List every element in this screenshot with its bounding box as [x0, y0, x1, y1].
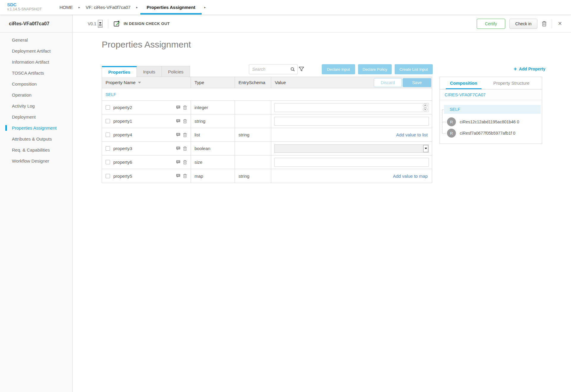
action-button[interactable]: Declare Policy [358, 64, 392, 74]
version-dropdown[interactable] [98, 20, 103, 28]
sidebar-item[interactable]: General [0, 34, 72, 45]
tab[interactable]: Inputs [137, 66, 162, 77]
table-row: property1 string [102, 114, 432, 128]
comment-icon[interactable] [176, 119, 181, 124]
app-name: SDC [7, 2, 57, 7]
property-schema-cell [235, 155, 271, 169]
sidebar-item-label: Deployment [12, 114, 36, 119]
discard-button[interactable]: Discard [374, 78, 402, 87]
delete-icon[interactable] [183, 105, 187, 110]
row-icons [176, 160, 188, 165]
property-value-cell [271, 155, 432, 169]
comment-icon[interactable] [176, 160, 181, 165]
sidebar-item[interactable]: Composition [0, 78, 72, 89]
certify-button[interactable]: Certify [477, 19, 505, 29]
app-logo[interactable]: SDC v.1.14.5-SNAPSHOT [0, 0, 57, 15]
sidebar-item-label: Activity Log [12, 103, 35, 108]
sidebar-item[interactable]: TOSCA Artifacts [0, 67, 72, 78]
property-name: property4 [113, 132, 132, 137]
value-select[interactable] [274, 144, 429, 153]
table-row: property5 map string Add value to map [102, 169, 432, 183]
save-button[interactable]: Save [403, 78, 431, 87]
sidebar: ciRes-VFa0f7ca07 GeneralDeployment Artif… [0, 15, 73, 392]
breadcrumb: HOME▸VF: ciRes-VFa0f7ca07▸Properties Ass… [57, 0, 208, 15]
row-checkbox[interactable] [106, 105, 110, 110]
value-input-text[interactable] [274, 158, 429, 167]
tree-connector [442, 133, 446, 133]
app-version: v.1.14.5-SNAPSHOT [7, 7, 57, 12]
tree-item[interactable]: R ciRes12c12abd1195ac801b46 0 [447, 116, 541, 127]
delete-icon[interactable] [183, 160, 187, 165]
action-button[interactable]: Declare Input [322, 64, 355, 74]
sidebar-item[interactable]: Workflow Designer [0, 155, 72, 166]
row-icons [176, 133, 188, 137]
component-name-link[interactable]: CIRES-VFA0F7CA07 [445, 92, 486, 97]
row-checkbox[interactable] [106, 146, 110, 151]
tree-item-self[interactable]: SELF [444, 105, 541, 114]
breadcrumb-arrow-icon: ▸ [204, 6, 206, 9]
breadcrumb-item[interactable]: VF: ciRes-VFa0f7ca07 [86, 5, 131, 10]
sidebar-item[interactable]: Deployment Artifact [0, 45, 72, 56]
value-input-number[interactable] [274, 103, 429, 112]
main-content: Properties Assignment PropertiesInputsPo… [73, 33, 571, 392]
column-label: Property Name [106, 80, 136, 85]
tree-item[interactable]: R ciResf7a0677f05b5977afb1f 0 [447, 127, 541, 139]
sidebar-item[interactable]: Req. & Capabilities [0, 144, 72, 155]
table-header-actions: Discard Save [374, 78, 431, 87]
filter-icon[interactable] [299, 67, 304, 72]
value-input-text[interactable] [274, 117, 429, 126]
sidebar-item[interactable]: Deployment [0, 111, 72, 122]
comment-icon[interactable] [176, 174, 181, 178]
delete-icon[interactable] [542, 21, 547, 27]
spinner-up-icon[interactable] [423, 104, 428, 107]
row-checkbox[interactable] [106, 174, 110, 178]
sidebar-item[interactable]: Attributes & Outputs [0, 133, 72, 144]
row-checkbox[interactable] [106, 133, 110, 137]
column-header-property-name[interactable]: Property Name [102, 77, 191, 88]
comment-icon[interactable] [176, 146, 181, 151]
property-value-cell: Add value to list [271, 128, 432, 141]
spinner-down-icon[interactable] [423, 108, 428, 111]
breadcrumb-item[interactable]: Properties Assignment [140, 0, 202, 15]
panel-tab[interactable]: Composition [444, 77, 483, 89]
sidebar-item[interactable]: Information Artifact [0, 56, 72, 67]
comment-icon[interactable] [176, 133, 181, 137]
property-schema-cell [235, 142, 271, 155]
add-value-link[interactable]: Add value to list [396, 132, 429, 137]
sidebar-item[interactable]: Operation [0, 89, 72, 100]
comment-icon[interactable] [176, 105, 181, 110]
breadcrumb-item[interactable]: HOME [59, 5, 73, 10]
row-icons [176, 146, 188, 151]
delete-icon[interactable] [183, 133, 187, 137]
composition-panel: CompositionProperty Structure CIRES-VFA0… [440, 77, 542, 144]
row-checkbox[interactable] [106, 119, 110, 123]
row-checkbox[interactable] [106, 160, 110, 164]
resource-title: ciRes-VFa0f7ca07 [0, 15, 72, 33]
tab[interactable]: Policies [161, 66, 190, 77]
property-name: property1 [113, 119, 132, 124]
self-link[interactable]: SELF [106, 92, 116, 97]
dropdown-arrow-icon[interactable] [423, 145, 428, 152]
action-button[interactable]: Create List Input [395, 64, 433, 74]
search-box [249, 64, 298, 74]
property-type-cell: list [191, 128, 235, 141]
panel-tab[interactable]: Property Structure [487, 77, 536, 89]
property-name-cell: property1 [102, 114, 191, 128]
sidebar-item-label: Operation [12, 92, 32, 97]
property-schema-cell: string [235, 128, 271, 141]
add-value-link[interactable]: Add value to map [393, 174, 429, 179]
close-icon[interactable]: ✕ [557, 21, 563, 27]
sidebar-item[interactable]: Properties Assignment [0, 122, 72, 133]
tree-item-label: ciRes12c12abd1195ac801b46 0 [460, 119, 519, 124]
page-title: Properties Assignment [102, 40, 191, 50]
delete-icon[interactable] [183, 174, 187, 178]
property-type-cell: string [191, 114, 235, 128]
delete-icon[interactable] [183, 119, 187, 124]
property-type-cell: boolean [191, 142, 235, 155]
divider [552, 19, 552, 28]
sidebar-item[interactable]: Activity Log [0, 100, 72, 111]
tab[interactable]: Properties [102, 66, 137, 77]
add-property-button[interactable]: + Add Property [514, 66, 545, 72]
checkin-button[interactable]: Check in [509, 19, 537, 29]
delete-icon[interactable] [183, 146, 187, 151]
